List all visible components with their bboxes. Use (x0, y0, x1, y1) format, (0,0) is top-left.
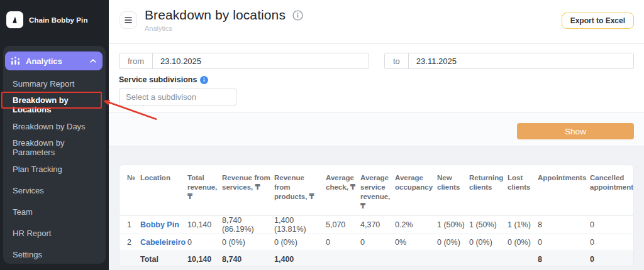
subdivision-select[interactable]: Select a subdivison (119, 89, 236, 105)
table-cell: 0.2% (395, 215, 437, 234)
table-cell: 0 (0%) (508, 234, 538, 251)
brand[interactable]: Chain Bobby Pin (6, 11, 88, 28)
table-cell: 0 (187, 234, 222, 251)
date-to-input[interactable] (409, 53, 633, 68)
app-root: Chain Bobby Pin AnalyticsSummary ReportB… (0, 0, 644, 270)
column-header-cancelled-appointments: Cancelled appointments (590, 165, 634, 215)
title-block: Breakdown by locations Analytics (145, 8, 303, 32)
page-header: Breakdown by locations Analytics Export … (109, 0, 644, 44)
total-cell (469, 251, 508, 266)
total-cell: 0 (590, 251, 634, 266)
table-cell: 1 (50%) (437, 215, 469, 234)
total-cell (326, 251, 360, 266)
date-to-group: to (384, 53, 634, 69)
total-cell: 8 (538, 251, 590, 266)
table-cell: 0 (538, 234, 590, 251)
locations-table: №LocationTotal revenue, ₸Revenue from se… (119, 165, 634, 266)
table-row: 1Bobby Pin10,1408,740 (86.19%)1,400 (13.… (119, 215, 634, 234)
column-header-location: Location (140, 165, 187, 215)
table-cell: 5,070 (326, 215, 360, 234)
total-cell: 1,400 (274, 251, 326, 266)
table-cell: 0 (0%) (274, 234, 326, 251)
table-cell: 0 (590, 215, 634, 234)
table-cell: 10,140 (187, 215, 222, 234)
location-link[interactable]: Cabeleireiro (140, 238, 186, 247)
sidebar-item-analytics[interactable]: Analytics (5, 51, 103, 70)
column-header-: № (119, 165, 140, 215)
column-header-revenue-from-services: Revenue from services, ₸ (222, 165, 274, 215)
column-header-new-clients: New clients (437, 165, 469, 215)
date-from-group: from (119, 53, 369, 69)
column-header-average-occupancy: Average occupancy (395, 165, 437, 215)
total-cell (508, 251, 538, 266)
date-to-label: to (385, 53, 409, 68)
export-to-excel-button[interactable]: Export to Excel (562, 13, 634, 29)
total-label: Total (140, 251, 187, 266)
column-header-total-revenue: Total revenue, ₸ (187, 165, 222, 215)
table-cell: 0 (0%) (222, 234, 274, 251)
total-cell: 8,740 (222, 251, 274, 266)
column-header-returning-clients: Returning clients (469, 165, 508, 215)
table-cell: 8 (538, 215, 590, 234)
sidebar-item-label: Analytics (26, 57, 62, 66)
table-total-row: Total10,1408,7401,40080 (119, 251, 634, 266)
table-cell: 1,400 (13.81%) (274, 215, 326, 234)
table-cell: 0 (590, 234, 634, 251)
total-cell: 10,140 (187, 251, 222, 266)
total-cell (437, 251, 469, 266)
sidebar-item-summary-report[interactable]: Summary Report (3, 73, 106, 94)
sidebar-item-team[interactable]: Team (3, 201, 106, 222)
table-cell: 0% (395, 234, 437, 251)
column-header-revenue-from-products: Revenue from products, ₸ (274, 165, 326, 215)
table-cell: 0 (360, 234, 395, 251)
sidebar-item-breakdown-by-parameters[interactable]: Breakdown by Parameters (3, 137, 106, 158)
subdivision-select-placeholder: Select a subdivison (126, 92, 196, 102)
table-cell: 1 (50%) (469, 215, 508, 234)
date-from-label: from (119, 53, 153, 68)
total-cell (395, 251, 437, 266)
sidebar-item-services[interactable]: Services (3, 180, 106, 201)
brand-name: Chain Bobby Pin (29, 16, 88, 24)
hamburger-icon (125, 16, 132, 25)
report-section: №LocationTotal revenue, ₸Revenue from se… (109, 146, 644, 270)
table-cell: 0 (326, 234, 360, 251)
menu-toggle-button[interactable] (119, 11, 137, 29)
sidebar: Chain Bobby Pin AnalyticsSummary ReportB… (0, 0, 109, 270)
sidebar-item-hr-report[interactable]: HR Report (3, 222, 106, 244)
column-header-average-service-revenue: Average service revenue, ₸ (360, 165, 395, 215)
subdivisions-label: Service subdivisions (119, 75, 197, 84)
row-number: 2 (119, 234, 140, 251)
chevron-up-icon (90, 59, 96, 63)
info-icon-blue[interactable] (200, 76, 208, 84)
date-from-input[interactable] (153, 53, 369, 68)
table-cell: 0 (0%) (469, 234, 508, 251)
sidebar-item-plan-tracking[interactable]: Plan Tracking (3, 158, 106, 180)
table-cell: 8,740 (86.19%) (222, 215, 274, 234)
sidebar-menu: AnalyticsSummary ReportBreakdown by Loca… (3, 46, 106, 264)
main-content: Breakdown by locations Analytics Export … (109, 0, 644, 270)
column-header-lost-clients: Lost clients (508, 165, 538, 215)
analytics-chart-icon (11, 57, 21, 65)
table-cell: 4,370 (360, 215, 395, 234)
info-icon[interactable] (292, 10, 303, 21)
filters-panel: from to Service subdivisions Select a su… (109, 44, 644, 113)
sidebar-item-settings[interactable]: Settings (3, 244, 106, 265)
column-header-appointments: Appointments (538, 165, 590, 215)
bobby-pin-logo-icon (6, 11, 23, 28)
table-header-row: №LocationTotal revenue, ₸Revenue from se… (119, 165, 634, 215)
table-cell: 0 (0%) (437, 234, 469, 251)
location-link[interactable]: Bobby Pin (140, 220, 179, 229)
breadcrumb: Analytics (145, 24, 303, 32)
row-number: 1 (119, 215, 140, 234)
sidebar-item-breakdown-by-locations[interactable]: Breakdown by Locations (3, 94, 106, 116)
show-button[interactable]: Show (517, 123, 634, 139)
report-card: №LocationTotal revenue, ₸Revenue from se… (119, 165, 634, 266)
show-bar: Show (109, 113, 644, 146)
sidebar-item-breakdown-by-days[interactable]: Breakdown by Days (3, 116, 106, 137)
table-cell: 1 (1%) (508, 215, 538, 234)
total-cell (360, 251, 395, 266)
table-row: 2Cabeleireiro00 (0%)0 (0%)000%0 (0%)0 (0… (119, 234, 634, 251)
page-title: Breakdown by locations (145, 8, 286, 23)
column-header-average-check: Average check, ₸ (326, 165, 360, 215)
